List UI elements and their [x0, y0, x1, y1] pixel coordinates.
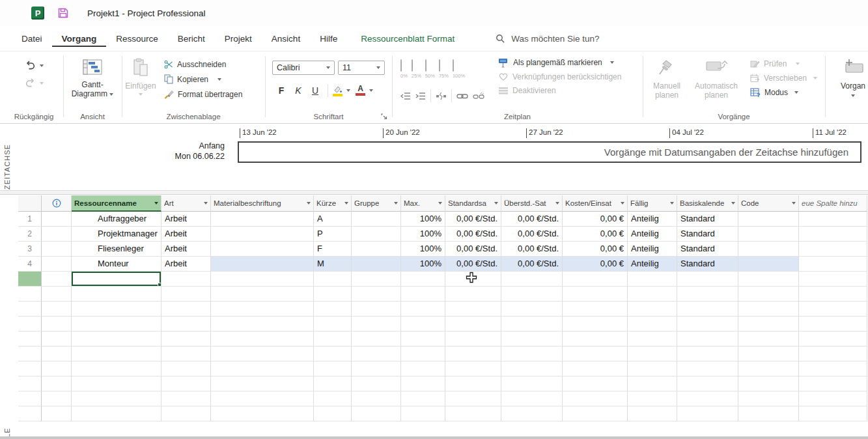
column-header-kosten[interactable]: Kosten/Einsat [563, 195, 628, 212]
cell-ueberstd[interactable] [501, 272, 563, 287]
cell-name[interactable] [72, 376, 161, 391]
cell-material[interactable] [211, 287, 314, 302]
column-header-standardsatz[interactable]: Standardsa [445, 195, 501, 212]
cell-art[interactable] [161, 347, 211, 361]
cell-max[interactable] [401, 347, 445, 361]
cell-standardsatz[interactable]: 0,00 €/Std. [445, 242, 501, 257]
outdent-task-icon[interactable] [400, 92, 411, 100]
timeline-pane-label[interactable]: ZEITACHSE [3, 134, 11, 190]
cell-art[interactable]: Arbeit [161, 212, 211, 227]
auto-schedule-button[interactable]: Automatisch planen [690, 58, 742, 100]
cell-info[interactable] [42, 391, 72, 406]
cell-name[interactable] [72, 302, 161, 317]
gantt-diagramm-button[interactable]: Gantt- Diagramm [64, 51, 121, 98]
cell-ueberstd[interactable] [501, 376, 563, 391]
cell-gruppe[interactable] [352, 212, 401, 227]
cell-faellig[interactable] [628, 347, 677, 361]
redo-button[interactable] [25, 78, 44, 88]
row-number[interactable] [18, 361, 42, 376]
column-header-newcol[interactable]: eue Spalte hinzu [799, 195, 867, 212]
cell-gruppe[interactable] [352, 361, 401, 376]
cell-art[interactable] [161, 406, 211, 421]
cell-standardsatz[interactable] [445, 376, 501, 391]
cell-info[interactable] [42, 406, 72, 421]
cell-basiskalender[interactable] [677, 272, 738, 287]
cell-code[interactable] [738, 347, 799, 361]
cell-faellig[interactable]: Anteilig [628, 227, 677, 242]
cell-ueberstd[interactable] [501, 406, 563, 421]
row-number[interactable] [18, 347, 42, 361]
cell-ueberstd[interactable] [501, 332, 563, 347]
cell-gruppe[interactable] [352, 391, 401, 406]
column-header-name[interactable]: Ressourcenname [72, 195, 161, 212]
cell-basiskalender[interactable] [677, 332, 738, 347]
cell-newcol[interactable] [799, 242, 867, 257]
cell-art[interactable] [161, 332, 211, 347]
cell-info[interactable] [42, 242, 72, 257]
cell-max[interactable] [401, 287, 445, 302]
cell-kuerzel[interactable] [314, 332, 352, 347]
cell-newcol[interactable] [799, 212, 867, 227]
row-number[interactable] [18, 391, 42, 406]
cell-code[interactable] [738, 212, 799, 227]
italic-button[interactable]: K [290, 85, 306, 96]
cell-kosten[interactable] [563, 376, 628, 391]
timeline-bar[interactable]: Vorgänge mit Datumsangaben der Zeitachse… [238, 141, 861, 163]
column-header-art[interactable]: Art [161, 195, 211, 212]
row-number[interactable] [18, 376, 42, 391]
cell-art[interactable] [161, 391, 211, 406]
column-header-gruppe[interactable]: Gruppe [352, 195, 401, 212]
cell-max[interactable]: 100% [401, 212, 445, 227]
cell-material[interactable] [211, 391, 314, 406]
save-icon[interactable] [57, 7, 69, 19]
tell-me-search[interactable]: Was möchten Sie tun? [496, 34, 599, 44]
cell-standardsatz[interactable] [445, 347, 501, 361]
cell-ueberstd[interactable] [501, 287, 563, 302]
cell-name[interactable] [72, 272, 161, 287]
cell-faellig[interactable] [628, 302, 677, 317]
percent-25-button[interactable]: 25% [412, 60, 421, 79]
cell-faellig[interactable]: Anteilig [628, 257, 677, 272]
cell-kosten[interactable] [563, 347, 628, 361]
cell-kuerzel[interactable]: A [314, 212, 352, 227]
cell-name[interactable] [72, 287, 161, 302]
cell-standardsatz[interactable] [445, 361, 501, 376]
cell-code[interactable] [738, 361, 799, 376]
cell-newcol[interactable] [799, 332, 867, 347]
tab-ressourcenblatt-format[interactable]: Ressourcenblatt Format [351, 30, 464, 47]
cell-kosten[interactable] [563, 317, 628, 332]
cell-kuerzel[interactable] [314, 302, 352, 317]
cell-code[interactable] [738, 406, 799, 421]
cell-art[interactable] [161, 272, 211, 287]
tab-bericht[interactable]: Bericht [168, 30, 215, 47]
cell-faellig[interactable] [628, 287, 677, 302]
cell-basiskalender[interactable]: Standard [677, 242, 738, 257]
cell-ueberstd[interactable]: 0,00 €/Std. [501, 242, 563, 257]
cell-name[interactable] [72, 391, 161, 406]
cell-kosten[interactable] [563, 406, 628, 421]
font-name-select[interactable]: Calibri [272, 61, 335, 75]
cell-basiskalender[interactable] [677, 376, 738, 391]
cell-basiskalender[interactable]: Standard [677, 227, 738, 242]
cut-button[interactable]: Ausschneiden [164, 60, 242, 69]
cell-material[interactable] [211, 257, 314, 272]
cell-info[interactable] [42, 332, 72, 347]
cell-faellig[interactable] [628, 272, 677, 287]
format-painter-button[interactable]: Format übertragen [164, 89, 242, 99]
cell-kuerzel[interactable] [314, 361, 352, 376]
row-number[interactable]: 1 [18, 212, 42, 227]
cell-max[interactable] [401, 361, 445, 376]
schriftart-dialog-launcher-icon[interactable] [381, 113, 387, 120]
paste-button[interactable]: Einfügen [122, 58, 159, 99]
cell-standardsatz[interactable] [445, 391, 501, 406]
cell-basiskalender[interactable] [677, 406, 738, 421]
cell-code[interactable] [738, 257, 799, 272]
copy-button[interactable]: Kopieren [164, 74, 242, 84]
unlink-tasks-icon[interactable] [473, 92, 484, 100]
cell-max[interactable]: 100% [401, 227, 445, 242]
column-header-max[interactable]: Max. [401, 195, 445, 212]
cell-info[interactable] [42, 227, 72, 242]
cell-ueberstd[interactable] [501, 302, 563, 317]
cell-name[interactable] [72, 406, 161, 421]
cell-info[interactable] [42, 302, 72, 317]
